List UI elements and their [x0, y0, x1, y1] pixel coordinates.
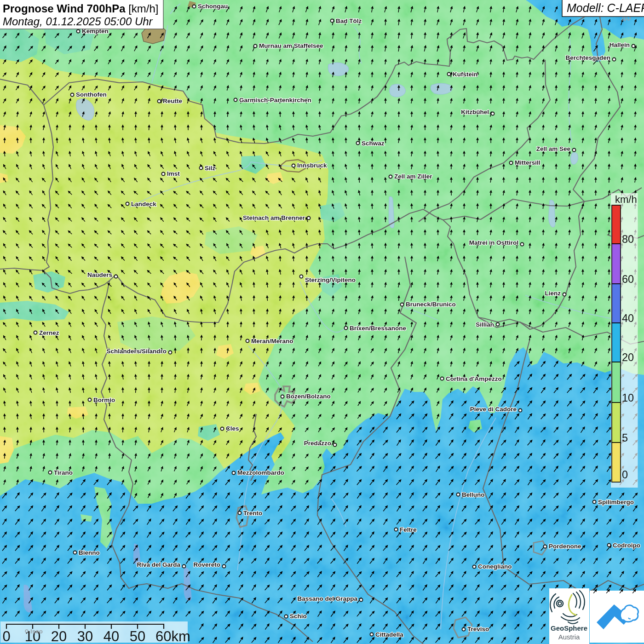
svg-text:Landeck: Landeck — [131, 201, 156, 207]
svg-text:Kufstein: Kufstein — [453, 71, 477, 78]
svg-text:Silz: Silz — [205, 165, 216, 172]
svg-text:Nauders: Nauders — [87, 271, 112, 278]
svg-text:20: 20 — [622, 351, 634, 363]
svg-text:Bassano del Grappa: Bassano del Grappa — [297, 595, 357, 602]
svg-text:Prognose Wind 700hPa [km/h]: Prognose Wind 700hPa [km/h] — [3, 2, 159, 15]
svg-text:Riva del Garda: Riva del Garda — [137, 561, 180, 568]
svg-text:Kitzbühel: Kitzbühel — [461, 109, 489, 115]
svg-text:Modell: C-LAEF: Modell: C-LAEF — [567, 1, 644, 14]
svg-text:Schwaz: Schwaz — [362, 140, 385, 147]
svg-text:GeoSphere: GeoSphere — [551, 624, 587, 632]
svg-text:Austria: Austria — [558, 633, 580, 641]
svg-text:20: 20 — [51, 628, 67, 644]
svg-text:Zernez: Zernez — [39, 329, 59, 336]
svg-text:Bienno: Bienno — [79, 549, 100, 556]
svg-text:Mittersill: Mittersill — [515, 159, 540, 166]
svg-text:Codroipo: Codroipo — [613, 542, 640, 549]
svg-text:Conegliano: Conegliano — [478, 563, 512, 570]
svg-text:10: 10 — [622, 392, 634, 404]
svg-text:Matrei in Osttirol: Matrei in Osttirol — [469, 239, 518, 246]
svg-text:Reutte: Reutte — [163, 98, 182, 104]
svg-text:Belluno: Belluno — [462, 491, 485, 498]
svg-text:Innsbruck: Innsbruck — [297, 162, 327, 169]
svg-text:Montag, 01.12.2025 05:00 Uhr: Montag, 01.12.2025 05:00 Uhr — [3, 15, 153, 28]
svg-text:Steinach am Brenner: Steinach am Brenner — [243, 214, 305, 221]
svg-text:Predazzo: Predazzo — [304, 440, 331, 447]
svg-text:Sillian: Sillian — [476, 321, 494, 328]
svg-text:Iseo: Iseo — [30, 628, 43, 635]
svg-text:40: 40 — [622, 312, 634, 324]
svg-text:Pordenone: Pordenone — [549, 543, 581, 550]
svg-text:Bad Tölz: Bad Tölz — [336, 17, 362, 24]
svg-text:60: 60 — [622, 273, 634, 285]
svg-text:Treviso: Treviso — [467, 626, 489, 632]
svg-text:Cittadella: Cittadella — [375, 631, 403, 638]
svg-text:60km: 60km — [155, 628, 190, 644]
svg-text:Brixen/Bressanone: Brixen/Bressanone — [350, 325, 407, 332]
svg-text:Trento: Trento — [243, 510, 262, 517]
svg-text:Schlanders/Silandro: Schlanders/Silandro — [106, 348, 167, 355]
svg-text:Bruneck/Brunico: Bruneck/Brunico — [406, 301, 456, 308]
svg-text:40: 40 — [104, 628, 119, 644]
svg-text:80: 80 — [622, 233, 634, 245]
svg-text:Zell am Ziller: Zell am Ziller — [394, 173, 432, 180]
svg-text:Bormio: Bormio — [93, 397, 115, 403]
svg-text:Lienz: Lienz — [545, 290, 561, 297]
svg-text:Spilimbergo: Spilimbergo — [598, 499, 634, 506]
svg-text:Berchtesgaden: Berchtesgaden — [565, 54, 610, 61]
svg-text:Feltre: Feltre — [400, 526, 417, 533]
svg-text:Sonthofen: Sonthofen — [76, 91, 107, 98]
svg-text:Hallein: Hallein — [610, 41, 630, 48]
svg-text:Garmisch-Partenkirchen: Garmisch-Partenkirchen — [239, 97, 311, 104]
svg-text:Meran/Merano: Meran/Merano — [251, 338, 293, 345]
svg-text:km/h: km/h — [615, 194, 637, 205]
svg-text:Schongau: Schongau — [198, 3, 228, 10]
svg-text:Bozen/Bolzano: Bozen/Bolzano — [286, 393, 331, 400]
svg-text:Zell am See: Zell am See — [536, 145, 571, 152]
svg-text:Pieve di Cadore: Pieve di Cadore — [470, 406, 517, 413]
svg-text:0: 0 — [622, 469, 628, 481]
svg-text:Mezzolombardo: Mezzolombardo — [237, 469, 284, 476]
svg-text:5: 5 — [622, 432, 628, 444]
svg-text:Tirano: Tirano — [54, 469, 73, 476]
svg-text:50: 50 — [130, 628, 145, 644]
svg-text:30: 30 — [77, 628, 93, 644]
svg-text:Murnau am Staffelsee: Murnau am Staffelsee — [259, 42, 323, 49]
svg-text:0: 0 — [2, 628, 10, 644]
svg-text:Cles: Cles — [226, 425, 239, 432]
svg-text:Cortina d'Ampezzo: Cortina d'Ampezzo — [446, 375, 502, 382]
svg-text:Rovereto: Rovereto — [193, 561, 220, 568]
svg-text:Schio: Schio — [290, 613, 307, 620]
svg-text:Sterzing/Vipiteno: Sterzing/Vipiteno — [305, 276, 356, 283]
svg-text:Imst: Imst — [167, 170, 180, 177]
